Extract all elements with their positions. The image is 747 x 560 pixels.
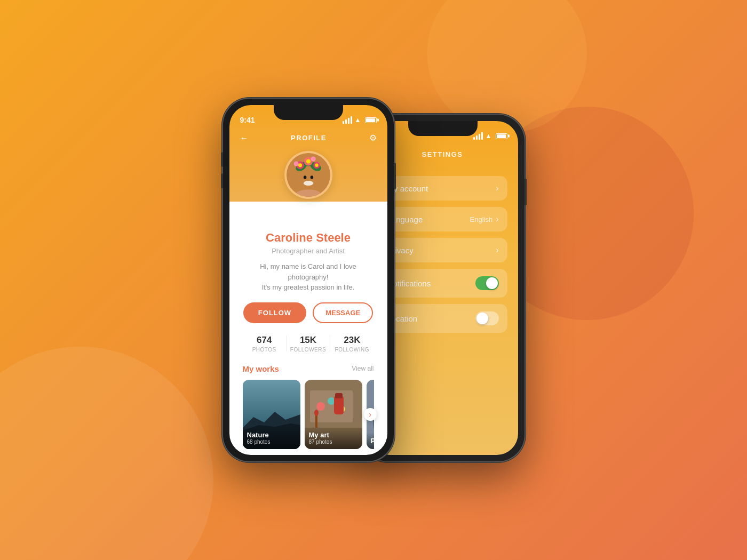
back-icon[interactable]: ← (240, 133, 249, 143)
follow-button[interactable]: FOLLOW (243, 302, 306, 323)
signal-bar-1 (343, 121, 344, 124)
phones-container: 9:41 ▲ (223, 99, 525, 461)
phone-profile: 9:41 ▲ (223, 99, 394, 461)
art-count: 87 photos (309, 439, 358, 445)
svg-point-13 (306, 159, 310, 163)
svg-point-11 (298, 163, 301, 167)
nature-count: 68 photos (247, 439, 296, 445)
people-overlay: Peo (367, 433, 374, 449)
svg-point-16 (293, 161, 298, 166)
profile-body: Caroline Steele Photographer and Artist … (229, 202, 387, 455)
settings-item-location[interactable]: Location (379, 304, 507, 333)
s-bar-3 (479, 134, 480, 140)
language-right: English › (470, 214, 499, 224)
settings-power-button[interactable] (525, 179, 527, 205)
stat-photos: 674 PHOTOS (243, 335, 286, 353)
privacy-chevron-icon: › (496, 245, 498, 255)
status-icons: ▲ (343, 116, 377, 124)
view-all-link[interactable]: View all (352, 365, 374, 372)
avatar-ring (284, 151, 332, 199)
language-value: English (470, 215, 493, 223)
stat-followers: 15K FOLLOWERS (287, 335, 330, 353)
privacy-right: › (496, 245, 498, 255)
works-next-arrow[interactable]: › (364, 408, 377, 421)
time-label: 9:41 (240, 116, 255, 124)
works-row: Nature 68 photos (243, 380, 374, 449)
signal-icon (343, 116, 352, 124)
avatar (287, 153, 330, 197)
vol-up-button[interactable] (221, 152, 223, 167)
followers-count: 15K (287, 335, 330, 346)
signal-bar-4 (351, 116, 352, 124)
account-right: › (496, 183, 498, 193)
following-label: FOLLOWING (330, 347, 374, 353)
settings-gear-icon[interactable]: ⚙ (369, 133, 377, 143)
works-container: Nature 68 photos (243, 380, 374, 449)
user-title: Photographer and Artist (243, 247, 374, 255)
profile-screen: 9:41 ▲ (229, 105, 387, 455)
svg-point-4 (303, 181, 313, 186)
settings-battery-fill (497, 134, 506, 138)
profile-nav: ← PROFILE ⚙ (229, 129, 387, 151)
settings-status-icons: ▲ (473, 132, 507, 140)
signal-bar-2 (345, 119, 347, 124)
s-bar-1 (473, 137, 475, 140)
settings-item-notifications[interactable]: Notifications (379, 269, 507, 298)
people-name: Peo (371, 437, 374, 445)
settings-item-language[interactable]: Language English › (379, 207, 507, 231)
bio-line-2: It's my greatest passion in life. (262, 283, 355, 291)
power-button[interactable] (394, 163, 396, 189)
notifications-toggle[interactable] (475, 276, 499, 290)
user-bio: Hi, my name is Carol and I love photogra… (243, 261, 374, 293)
account-chevron-icon: › (496, 183, 498, 193)
bg-decoration-1 (0, 347, 213, 560)
battery-icon (365, 117, 377, 123)
works-section-header: My works View all (243, 364, 374, 373)
s-bar-2 (476, 135, 478, 140)
nature-name: Nature (247, 431, 296, 439)
battery-fill (366, 118, 375, 122)
settings-battery-icon (496, 133, 507, 139)
svg-rect-26 (334, 396, 344, 414)
work-card-nature[interactable]: Nature 68 photos (243, 380, 300, 449)
vol-down-button[interactable] (221, 173, 223, 188)
svg-point-24 (328, 397, 335, 405)
message-button[interactable]: MESSAGE (313, 302, 373, 323)
svg-rect-27 (335, 393, 343, 398)
followers-label: FOLLOWERS (287, 347, 330, 353)
profile-screen-title: PROFILE (249, 134, 369, 142)
svg-point-5 (303, 175, 306, 179)
location-toggle[interactable] (475, 311, 499, 325)
photos-count: 674 (243, 335, 286, 346)
svg-point-6 (310, 175, 313, 179)
signal-bar-3 (348, 118, 349, 124)
avatar-image (287, 153, 330, 197)
following-count: 23K (330, 335, 374, 346)
settings-item-account[interactable]: My account › (379, 176, 507, 201)
settings-item-privacy[interactable]: Privacy › (379, 238, 507, 262)
stats-row: 674 PHOTOS 15K FOLLOWERS 23K FOLLOWING (243, 335, 374, 353)
svg-point-15 (315, 164, 318, 167)
notifications-toggle-thumb (486, 277, 498, 289)
stat-following: 23K FOLLOWING (330, 335, 374, 353)
work-card-art[interactable]: My art 87 photos (305, 380, 362, 449)
language-chevron-icon: › (496, 214, 498, 224)
art-name: My art (309, 431, 358, 439)
wifi-icon: ▲ (355, 116, 361, 124)
photos-label: PHOTOS (243, 347, 286, 353)
art-overlay: My art 87 photos (305, 427, 362, 449)
settings-notch (408, 121, 478, 136)
svg-point-17 (311, 156, 315, 161)
svg-point-23 (316, 402, 325, 411)
notifications-label: Notifications (387, 279, 431, 288)
user-name: Caroline Steele (243, 231, 374, 245)
bio-line-1: Hi, my name is Carol and I love photogra… (260, 262, 356, 281)
svg-point-29 (314, 410, 319, 416)
location-toggle-thumb (476, 313, 488, 324)
settings-wifi-icon: ▲ (486, 132, 492, 140)
avatar-container (229, 151, 387, 199)
settings-signal-icon (473, 132, 483, 140)
s-bar-4 (481, 132, 483, 140)
works-section-title: My works (243, 364, 279, 373)
profile-content: 9:41 ▲ (229, 105, 387, 455)
